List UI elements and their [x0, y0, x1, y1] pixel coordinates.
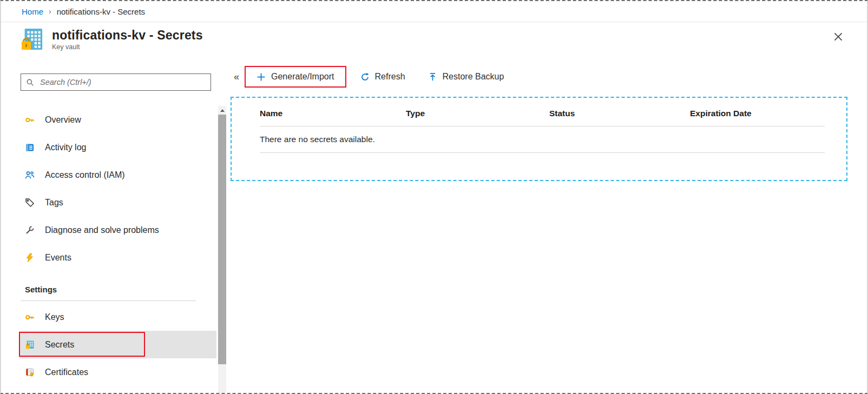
breadcrumb-chevron-icon: › — [49, 7, 51, 16]
sidebar-item-tags[interactable]: Tags — [19, 189, 216, 216]
sidebar-item-label: Overview — [45, 115, 81, 125]
diagnose-wrench-icon — [25, 225, 35, 235]
sidebar-item-label: Activity log — [45, 143, 86, 152]
sidebar-item-events[interactable]: Events — [19, 244, 216, 271]
column-header-type: Type — [406, 109, 549, 118]
settings-divider — [21, 300, 196, 301]
secrets-pane: « Generate/Import Refresh — [227, 57, 867, 393]
sidebar-item-label: Certificates — [45, 368, 88, 377]
restore-backup-label: Restore Backup — [443, 72, 504, 82]
secrets-vault-icon — [25, 340, 35, 350]
sidebar-item-access-control[interactable]: Access control (IAM) — [19, 161, 216, 189]
command-bar: « Generate/Import Refresh — [231, 64, 867, 89]
sidebar-nav: Overview Activity log Access — [1, 106, 227, 386]
red-annotation-box-secrets — [19, 332, 145, 357]
page-header: notifications-kv - Secrets Key vault — [1, 22, 867, 57]
breadcrumb-home-link[interactable]: Home — [22, 7, 43, 16]
key-vault-icon — [21, 28, 43, 51]
generate-import-button[interactable]: Generate/Import — [245, 66, 346, 88]
scrollbar-up-arrow-icon[interactable] — [218, 106, 226, 115]
search-input[interactable] — [39, 77, 206, 87]
sidebar-item-label: Access control (IAM) — [45, 170, 125, 180]
sidebar-item-keys[interactable]: Keys — [19, 303, 216, 331]
keys-icon — [25, 312, 35, 322]
refresh-label: Refresh — [375, 72, 405, 82]
empty-state-message: There are no secrets available. — [260, 126, 825, 153]
scrollbar-thumb[interactable] — [218, 115, 226, 364]
search-icon — [26, 78, 34, 86]
blade-body: Overview Activity log Access — [1, 57, 867, 393]
column-header-status: Status — [549, 109, 690, 118]
close-icon[interactable] — [832, 31, 845, 44]
overview-key-icon — [25, 115, 35, 125]
column-header-expiration-date: Expiration Date — [690, 109, 825, 118]
sidebar-item-label: Secrets — [45, 340, 74, 350]
sidebar-scrollbar[interactable] — [218, 106, 226, 393]
page-subtitle: Key vault — [52, 43, 203, 51]
sidebar-section-settings: Settings — [25, 281, 227, 297]
sidebar-item-label: Diagnose and solve problems — [45, 225, 159, 235]
secrets-table-header: Name Type Status Expiration Date — [260, 109, 825, 126]
activity-log-icon — [25, 143, 35, 152]
sidebar-item-secrets[interactable]: Secrets — [19, 331, 216, 358]
access-control-people-icon — [25, 170, 35, 180]
secrets-table-region: Name Type Status Expiration Date There a… — [231, 97, 847, 181]
breadcrumb-current: notifications-kv - Secrets — [57, 7, 145, 16]
restore-backup-icon — [428, 72, 437, 82]
collapse-sidebar-icon[interactable]: « — [231, 71, 242, 83]
refresh-button[interactable]: Refresh — [352, 66, 414, 88]
sidebar: Overview Activity log Access — [1, 57, 227, 393]
sidebar-item-label: Tags — [45, 198, 63, 208]
page-title: notifications-kv - Secrets — [52, 28, 203, 43]
sidebar-item-certificates[interactable]: Certificates — [19, 358, 216, 386]
breadcrumb: Home › notifications-kv - Secrets — [1, 1, 867, 22]
column-header-name: Name — [260, 109, 406, 118]
plus-icon — [257, 72, 266, 82]
events-lightning-icon — [25, 253, 35, 263]
sidebar-item-label: Keys — [45, 312, 64, 322]
screenshot-frame: Home › notifications-kv - Secrets noti — [0, 0, 868, 394]
title-block: notifications-kv - Secrets Key vault — [52, 28, 203, 51]
sidebar-item-overview[interactable]: Overview — [19, 106, 216, 133]
restore-backup-button[interactable]: Restore Backup — [419, 66, 513, 88]
sidebar-item-activity-log[interactable]: Activity log — [19, 133, 216, 161]
sidebar-item-diagnose[interactable]: Diagnose and solve problems — [19, 216, 216, 244]
refresh-icon — [360, 72, 370, 82]
sidebar-item-label: Events — [45, 253, 71, 263]
tags-icon — [25, 198, 35, 208]
generate-import-label: Generate/Import — [271, 72, 334, 82]
sidebar-search-box[interactable] — [21, 74, 211, 91]
certificates-icon — [25, 368, 35, 377]
